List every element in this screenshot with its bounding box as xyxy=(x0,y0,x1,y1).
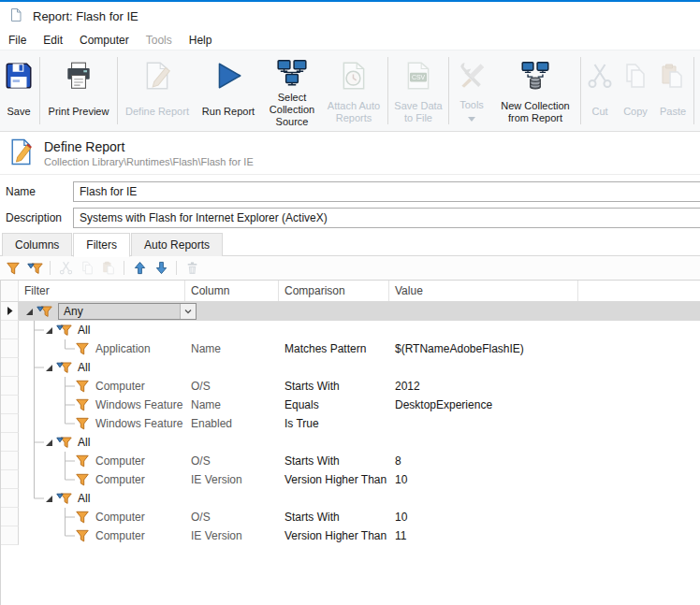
run-report-button[interactable]: Run Report xyxy=(195,50,262,131)
description-label: Description xyxy=(0,211,73,224)
tab-columns[interactable]: Columns xyxy=(2,233,72,256)
filter-group-row[interactable]: Any xyxy=(1,302,700,321)
print-preview-button[interactable]: Print Preview xyxy=(42,50,115,131)
filter-group-icon xyxy=(56,360,72,375)
attach-auto-reports-button: Attach Auto Reports xyxy=(322,50,386,131)
comparison-cell: Is True xyxy=(279,414,389,433)
select-collection-source-icon xyxy=(275,56,309,92)
menu-computer[interactable]: Computer xyxy=(71,32,138,49)
tree-cell: All xyxy=(19,321,700,339)
row-selector[interactable] xyxy=(1,302,19,321)
filler-cell xyxy=(578,508,700,526)
menu-help[interactable]: Help xyxy=(181,32,221,49)
filter-name: Windows Feature xyxy=(95,417,182,430)
row-selector[interactable] xyxy=(1,433,19,452)
filter-row[interactable]: ComputerO/SStarts With8 xyxy=(1,452,700,470)
expander-icon[interactable] xyxy=(44,326,53,335)
row-selector[interactable] xyxy=(1,489,19,508)
define-report-label: Define Report xyxy=(125,95,189,131)
filter-row[interactable]: ComputerO/SStarts With2012 xyxy=(1,377,700,396)
filter-icon xyxy=(75,454,90,468)
cut-icon xyxy=(58,260,74,276)
filter-icon xyxy=(75,341,90,356)
filter-row[interactable]: Windows FeatureNameEqualsDesktopExperien… xyxy=(1,396,700,414)
row-selector[interactable] xyxy=(1,470,19,489)
row-selector[interactable] xyxy=(1,396,19,414)
column-cell: IE Version xyxy=(185,526,279,545)
filter-icon xyxy=(75,510,90,525)
column-cell: IE Version xyxy=(185,470,279,489)
expander-icon[interactable] xyxy=(44,439,53,447)
new-collection-from-report-button[interactable]: New Collection from Report xyxy=(492,50,578,131)
tree-guide xyxy=(24,396,44,414)
delete-filter-button xyxy=(182,259,201,278)
section-title: Define Report xyxy=(44,139,254,154)
column-cell: Enabled xyxy=(185,414,279,433)
cut-icon xyxy=(585,56,615,95)
group-operator-value: Any xyxy=(64,305,83,318)
filter-row[interactable]: ComputerIE VersionVersion Higher Than11 xyxy=(1,526,700,545)
filler-cell xyxy=(578,452,700,470)
menu-edit[interactable]: Edit xyxy=(35,32,71,49)
select-collection-source-label: Select Collection Source xyxy=(262,92,322,131)
column-cell: Name xyxy=(185,339,279,358)
name-field[interactable] xyxy=(73,181,700,202)
filter-row[interactable]: ComputerIE VersionVersion Higher Than10 xyxy=(1,470,700,489)
tree-cell: All xyxy=(19,433,700,452)
cut-filter-button xyxy=(56,259,75,278)
filter-row[interactable]: ComputerO/SStarts With10 xyxy=(1,508,700,526)
tree-cell: Computer xyxy=(19,508,185,526)
select-collection-source-button[interactable]: Select Collection Source xyxy=(262,50,322,131)
filter-name: Computer xyxy=(95,454,145,468)
row-selector[interactable] xyxy=(1,414,19,433)
add-filter-button[interactable] xyxy=(4,259,22,278)
column-header-value: Value xyxy=(389,281,578,301)
row-selector[interactable] xyxy=(1,358,19,377)
chevron-down-icon[interactable] xyxy=(180,304,196,319)
tab-filters[interactable]: Filters xyxy=(73,233,130,257)
row-selector[interactable] xyxy=(1,377,19,396)
row-selector[interactable] xyxy=(1,321,19,339)
define-report-icon xyxy=(141,56,173,95)
print-preview-label: Print Preview xyxy=(49,95,109,131)
filler-cell xyxy=(578,526,700,545)
menu-file[interactable]: File xyxy=(0,32,35,49)
paste-icon xyxy=(101,260,117,276)
filter-group-row[interactable]: All xyxy=(1,433,700,452)
window-title: Report: Flash for IE xyxy=(33,9,139,23)
tree-cell: Computer xyxy=(19,526,185,545)
tree-cell: Windows Feature xyxy=(19,396,185,414)
save-button[interactable]: Save xyxy=(0,50,37,131)
row-selector[interactable] xyxy=(1,339,19,358)
expander-icon[interactable] xyxy=(44,495,53,503)
filter-name: Windows Feature xyxy=(95,398,182,411)
row-selector[interactable] xyxy=(1,452,19,470)
filter-row[interactable]: Windows FeatureEnabledIs True xyxy=(1,414,700,433)
expander-icon[interactable] xyxy=(24,308,34,316)
filter-group-row[interactable]: All xyxy=(1,358,700,377)
name-label: Name xyxy=(0,185,73,198)
current-row-indicator-icon xyxy=(7,307,13,315)
arrow-down-icon xyxy=(154,261,168,275)
filter-row[interactable]: ApplicationNameMatches Pattern$(RTNameAd… xyxy=(1,339,700,358)
group-operator-label: All xyxy=(78,436,90,449)
tab-auto-reports[interactable]: Auto Reports xyxy=(131,233,223,256)
filler-cell xyxy=(578,377,700,396)
funnel-icon xyxy=(6,261,21,276)
tree-guide xyxy=(24,452,44,470)
tree-cell: Application xyxy=(19,339,185,358)
row-selector[interactable] xyxy=(1,526,19,545)
paste-button: Paste xyxy=(654,50,692,131)
group-operator-combobox[interactable]: Any xyxy=(58,303,197,320)
description-field[interactable] xyxy=(73,208,700,228)
add-filter-group-button[interactable] xyxy=(25,259,44,278)
filter-group-row[interactable]: All xyxy=(1,321,700,339)
row-selector[interactable] xyxy=(1,508,19,526)
filter-group-row[interactable]: All xyxy=(1,489,700,508)
grid-body: AnyAllApplicationNameMatches Pattern$(RT… xyxy=(1,302,700,545)
copy-label: Copy xyxy=(623,95,648,131)
move-filter-up-button[interactable] xyxy=(130,259,149,278)
expander-icon[interactable] xyxy=(44,364,53,372)
move-filter-down-button[interactable] xyxy=(152,259,170,278)
toolbar-separator xyxy=(693,57,694,124)
